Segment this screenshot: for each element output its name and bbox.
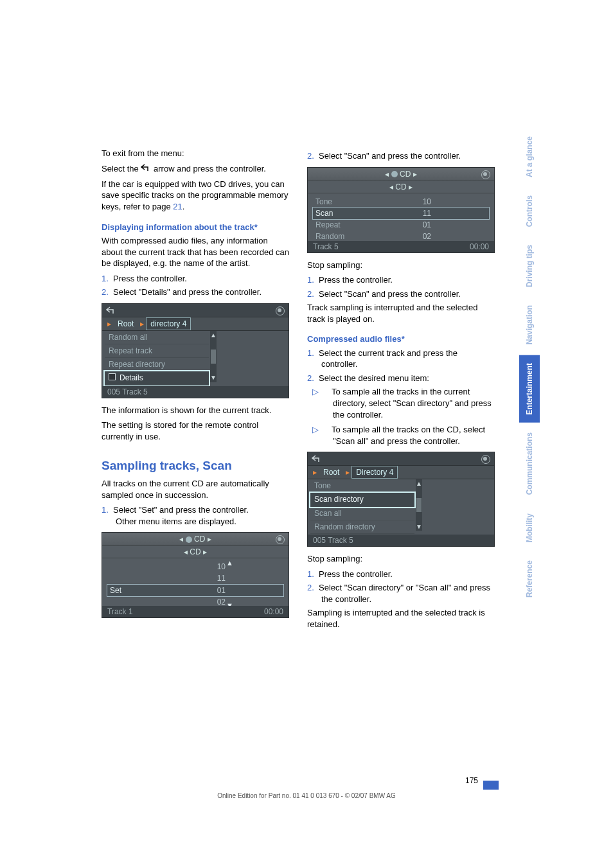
page-number-tag bbox=[483, 781, 499, 790]
side-tab-at-a-glance[interactable]: At a glance bbox=[519, 128, 540, 185]
side-thumb-tabs: At a glanceControlsDriving tipsNavigatio… bbox=[519, 128, 540, 608]
stop-sampling-2-steps: 1.Press the controller. 2.Select "Scan d… bbox=[307, 569, 495, 605]
fig-topbar-2: ◂ CD ▸ bbox=[308, 181, 494, 193]
fig-list: Tone Scan directory Scan all Random dire… bbox=[310, 479, 414, 534]
scroll-up-icon: ▲ bbox=[210, 331, 217, 340]
heading-displaying-info: Displaying information about the track* bbox=[102, 222, 289, 233]
tab-root: Root bbox=[319, 466, 343, 478]
row-selected: Scan11 bbox=[313, 208, 489, 219]
side-tab-reference[interactable]: Reference bbox=[519, 553, 540, 605]
list-item: Tone bbox=[310, 479, 414, 493]
tab-directory: Directory 4 bbox=[352, 466, 397, 478]
row-selected: Set01 bbox=[107, 585, 283, 596]
list-item: Repeat directory bbox=[105, 358, 209, 371]
side-tab-driving-tips[interactable]: Driving tips bbox=[519, 237, 540, 295]
compressed-bullets: ▷To sample all the tracks in the current… bbox=[307, 386, 495, 447]
fig-list: Random all Repeat track Repeat directory… bbox=[105, 331, 209, 385]
sampling-steps-1: 1.Select "Set" and press the controller.… bbox=[102, 504, 289, 527]
fig-breadcrumb: ▸ Root ▸ directory 4 bbox=[102, 317, 289, 331]
fig-bottombar: 005 Track 5 bbox=[308, 535, 494, 546]
stop-sampling-2: Stop sampling: bbox=[307, 553, 495, 565]
step-2: 2.Select "Details" and press the control… bbox=[102, 287, 289, 298]
settings-icon bbox=[481, 170, 490, 179]
settings-icon bbox=[276, 306, 285, 315]
scroll-up-icon: ▲ bbox=[416, 479, 422, 488]
figure-cd-scan-menu: ◂ CD ▸ ◂ CD ▸ Tone10 Scan11 Repeat01 Ran… bbox=[307, 167, 495, 253]
scroll-thumb bbox=[416, 498, 422, 512]
fig-bottombar: Track 5 00:00 bbox=[308, 241, 494, 252]
bullet-1: ▷To sample all the tracks in the current… bbox=[307, 386, 495, 420]
remote-setting-p: The setting is stored for the remote con… bbox=[102, 420, 289, 442]
left-column: To exit from the menu: Select the arrow … bbox=[102, 148, 289, 633]
fig-breadcrumb: ▸ Root ▸ Directory 4 bbox=[308, 466, 494, 479]
stop-sampling-2-note: Sampling is interrupted and the selected… bbox=[307, 607, 495, 630]
sampling-intro: All tracks on the current CD are automat… bbox=[102, 478, 289, 500]
step-2: 2.Select the desired menu item: bbox=[307, 373, 495, 384]
displaying-info-p: With compressed audio files, any informa… bbox=[102, 235, 289, 269]
figure-scan-directory-menu: ▸ Root ▸ Directory 4 Tone Scan directory… bbox=[307, 452, 495, 547]
disc-icon bbox=[186, 536, 192, 543]
page-number: 175 bbox=[465, 775, 478, 786]
fig-header bbox=[102, 304, 289, 317]
exit-menu-line2: Select the arrow and press the controlle… bbox=[102, 163, 289, 175]
settings-icon bbox=[276, 535, 285, 544]
settings-icon bbox=[481, 455, 490, 464]
list-item-selected: Scan directory bbox=[310, 493, 414, 506]
fig-bottombar: 005 Track 5 bbox=[102, 386, 289, 398]
tab-directory: directory 4 bbox=[147, 318, 190, 330]
fig-topbar-2: ◂ CD ▸ bbox=[102, 546, 289, 558]
back-icon bbox=[106, 306, 116, 317]
step-2: 2.Select "Scan" and press the controller… bbox=[307, 150, 495, 162]
side-tab-navigation[interactable]: Navigation bbox=[519, 297, 540, 352]
page-link-21[interactable]: 21 bbox=[173, 202, 182, 211]
step-2: 2.Select "Scan" and press the controller… bbox=[307, 288, 495, 300]
back-arrow-icon bbox=[141, 163, 151, 175]
stop-sampling-1-steps: 1.Press the controller. 2.Select "Scan" … bbox=[307, 274, 495, 299]
right-column: 2.Select "Scan" and press the controller… bbox=[307, 148, 495, 633]
step-2: 2.Select "Scan directory" or "Scan all" … bbox=[307, 582, 495, 605]
info-shown-p: The information is shown for the current… bbox=[102, 405, 289, 416]
fig-topbar-1: ◂ CD ▸ bbox=[308, 168, 494, 181]
side-tab-entertainment[interactable]: Entertainment bbox=[519, 355, 540, 423]
side-tab-communications[interactable]: Communications bbox=[519, 425, 540, 502]
fig-scrollbar: ▲ ▼ bbox=[416, 479, 422, 531]
sampling-steps-2: 2.Select "Scan" and press the controller… bbox=[307, 150, 495, 162]
exit-menu-line1: To exit from the menu: bbox=[102, 148, 289, 159]
list-item-selected: Details bbox=[105, 371, 209, 385]
fig-scrollbar: ▲ ▼ bbox=[210, 331, 217, 382]
step-1: 1.Press the controller. bbox=[307, 569, 495, 580]
list-item: Repeat track bbox=[105, 344, 209, 358]
scroll-down-icon: ▼ bbox=[210, 373, 217, 382]
list-item: Random all bbox=[105, 331, 209, 344]
compressed-steps: 1.Select the current track and press the… bbox=[307, 348, 495, 384]
heading-compressed: Compressed audio files* bbox=[307, 333, 495, 345]
list-item: Random directory bbox=[310, 520, 414, 534]
side-tab-controls[interactable]: Controls bbox=[519, 188, 540, 235]
step-1: 1.Select "Set" and press the controller.… bbox=[102, 504, 289, 527]
scroll-thumb bbox=[211, 350, 216, 364]
step-1: 1.Press the controller. bbox=[102, 273, 289, 285]
displaying-info-steps: 1.Press the controller. 2.Select "Detail… bbox=[102, 273, 289, 298]
arrow-up-icon: ▲ bbox=[226, 558, 233, 568]
list-item: Scan all bbox=[310, 507, 414, 520]
fig-rows: Tone10 Scan11 Repeat01 Random02 bbox=[313, 196, 489, 243]
bullet-2: ▷To sample all the tracks on the CD, sel… bbox=[307, 424, 495, 447]
heading-sampling-scan: Sampling tracks, Scan bbox=[102, 457, 289, 474]
figure-details-menu: ▸ Root ▸ directory 4 Random all Repeat t… bbox=[102, 303, 289, 398]
fig-bottombar: Track 1 00:00 bbox=[102, 606, 289, 617]
step-1: 1.Press the controller. bbox=[307, 274, 495, 286]
disc-icon bbox=[391, 171, 398, 177]
figure-cd-set-menu: ◂ CD ▸ ◂ CD ▸ ▲ 10 11 Set01 02 ▼ Track 1… bbox=[102, 532, 289, 618]
two-cd-note: If the car is equipped with two CD drive… bbox=[102, 179, 289, 213]
step-1: 1.Select the current track and press the… bbox=[307, 348, 495, 370]
fig-rows: ▲ 10 11 Set01 02 ▼ bbox=[107, 561, 283, 608]
fig-header bbox=[308, 452, 494, 466]
copyright-line: Online Edition for Part no. 01 41 0 013 … bbox=[0, 792, 613, 801]
stop-sampling-1: Stop sampling: bbox=[307, 260, 495, 271]
back-icon bbox=[312, 454, 322, 466]
scroll-down-icon: ▼ bbox=[416, 522, 422, 531]
tab-root: Root bbox=[114, 318, 138, 330]
stop-sampling-1-note: Track sampling is interrupted and the se… bbox=[307, 302, 495, 324]
fig-topbar-1: ◂ CD ▸ bbox=[102, 533, 289, 546]
side-tab-mobility[interactable]: Mobility bbox=[519, 506, 540, 550]
